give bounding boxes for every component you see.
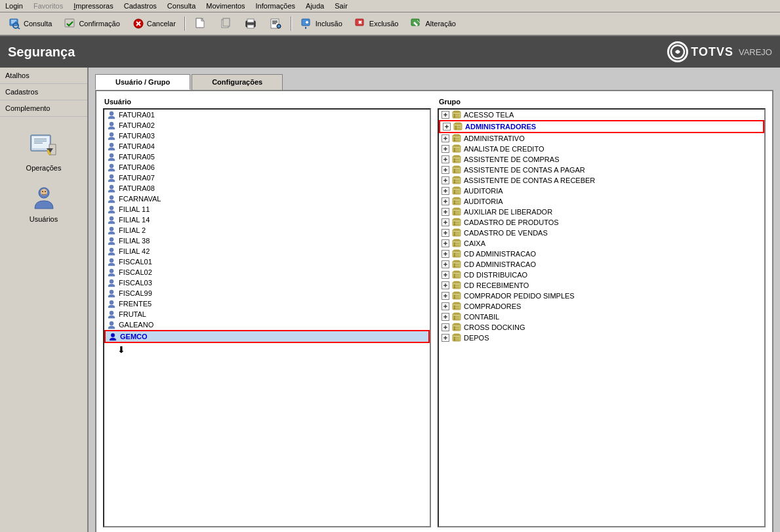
menu-impressoras[interactable]: Impressoras [71, 1, 116, 10]
user-list-item[interactable]: FRENTE5 [104, 298, 430, 309]
expand-icon [441, 187, 449, 195]
user-list-item[interactable]: FISCAL02 [104, 267, 430, 277]
group-list-item[interactable]: COMPRADORES [439, 301, 764, 312]
group-list-item[interactable]: CD ADMINISTRACAO [439, 259, 764, 270]
user-list-item[interactable]: FISCAL01 [104, 256, 430, 267]
sidebar-item-cadastros[interactable]: Cadastros [0, 84, 87, 100]
user-list-item[interactable]: GALEANO [104, 319, 430, 330]
confirmacao-button[interactable]: Confirmação [59, 14, 124, 33]
group-icon [452, 155, 461, 164]
user-list-item[interactable]: FATURA04 [104, 141, 430, 152]
group-name: AUDITORIA [464, 197, 503, 205]
group-list-item[interactable]: ACESSO TELA [439, 110, 764, 120]
user-list-item[interactable]: FISCAL99 [104, 288, 430, 298]
group-list-item[interactable]: ASSISTENTE DE CONTAS A RECEBER [439, 175, 764, 186]
svg-point-22 [277, 24, 281, 28]
user-list-item[interactable]: FILIAL 14 [104, 215, 430, 225]
expand-icon [441, 166, 449, 174]
svg-point-80 [455, 126, 457, 128]
copy-button[interactable] [215, 14, 237, 33]
sidebar-item-complemento[interactable]: Complemento [0, 100, 87, 117]
tab-usuario-grupo[interactable]: Usuário / Grupo [95, 74, 190, 90]
cancelar-button[interactable]: Cancelar [127, 14, 180, 33]
alteracao-button[interactable]: Alteração [405, 14, 460, 33]
svg-point-190 [454, 255, 456, 257]
group-name: CD DISTRIBUICAO [464, 271, 527, 279]
cancel-icon [132, 17, 145, 30]
exclusao-button[interactable]: Exclusão [350, 14, 403, 33]
menu-movimentos[interactable]: Movimentos [203, 1, 247, 10]
svg-rect-79 [455, 123, 461, 124]
preview-button[interactable] [264, 14, 287, 33]
user-list-item[interactable]: FATURA02 [104, 120, 430, 131]
expand-icon [441, 218, 449, 226]
user-list-item[interactable]: FILIAL 42 [104, 246, 430, 256]
operacoes-button[interactable]: Operações [22, 127, 66, 176]
group-list-item[interactable]: AUXILIAR DE LIBERADOR [439, 207, 764, 217]
print-icon [244, 17, 257, 30]
user-list-item[interactable]: FATURA08 [104, 183, 430, 194]
group-list-item[interactable]: CONTABIL [439, 312, 764, 322]
user-list-item[interactable]: FILIAL 38 [104, 235, 430, 246]
user-icon [107, 278, 116, 287]
group-list-item[interactable]: CADASTRO DE VENDAS [439, 228, 764, 238]
group-list-item[interactable]: CD RECEBIMENTO [439, 280, 764, 291]
user-icon [107, 257, 116, 266]
user-listbox[interactable]: FATURA01 FATURA02 FATURA03 FATURA04 FATU… [103, 108, 431, 527]
group-list-item[interactable]: ADMINISTRADORES [439, 120, 764, 133]
expand-icon [441, 313, 449, 321]
user-icon [107, 205, 116, 214]
user-list-item[interactable]: GEMCO [104, 330, 430, 343]
group-list-item[interactable]: CADASTRO DE PRODUTOS [439, 217, 764, 228]
group-list-item[interactable]: CD DISTRIBUICAO [439, 270, 764, 280]
group-list-item[interactable]: CD ADMINISTRACAO [439, 249, 764, 259]
user-list-item[interactable]: FATURA05 [104, 152, 430, 162]
group-list-item[interactable]: AUDITORIA [439, 196, 764, 207]
svg-point-208 [454, 276, 456, 278]
user-list-item[interactable]: FILIAL 2 [104, 225, 430, 235]
user-list-item[interactable]: FISCAL03 [104, 277, 430, 288]
group-listbox[interactable]: ACESSO TELA ADMINISTRADORES [438, 108, 766, 527]
sidebar-item-atalhos[interactable]: Atalhos [0, 68, 87, 84]
user-list-item[interactable]: FATURA07 [104, 173, 430, 183]
svg-point-42 [42, 191, 43, 192]
tab-configuracoes[interactable]: Configurações [192, 74, 283, 90]
user-list-item[interactable]: FILIAL 11 [104, 204, 430, 215]
expand-icon [441, 281, 449, 289]
group-list-item[interactable]: CAIXA [439, 238, 764, 249]
user-icon [107, 247, 116, 256]
group-list-item[interactable]: DEPOS [439, 333, 764, 343]
expand-icon [441, 292, 449, 300]
menu-ajuda[interactable]: Ajuda [303, 1, 327, 10]
group-list-item[interactable]: CROSS DOCKING [439, 322, 764, 333]
menu-login[interactable]: Login [3, 1, 26, 10]
group-icon [452, 134, 461, 143]
group-name: COMPRADORES [464, 302, 521, 310]
group-list-item[interactable]: COMPRADOR PEDIDO SIMPLES [439, 291, 764, 301]
menu-sair[interactable]: Sair [332, 1, 350, 10]
user-list-item[interactable]: FATURA03 [104, 131, 430, 141]
user-icon [107, 268, 116, 277]
user-list-item[interactable]: FCARNAVAL [104, 194, 430, 204]
svg-point-161 [454, 222, 456, 224]
user-list-item[interactable]: FRUTAL [104, 309, 430, 319]
group-icon [452, 260, 461, 269]
svg-point-59 [110, 269, 113, 273]
menu-consulta[interactable]: Consulta [165, 1, 198, 10]
menu-informacoes[interactable]: Informações [253, 1, 298, 10]
new-button[interactable] [190, 14, 212, 33]
group-list-item[interactable]: ASSISTENTE DE CONTAS A PAGAR [439, 165, 764, 175]
user-list-item[interactable]: FATURA01 [104, 110, 430, 120]
menu-cadastros[interactable]: Cadastros [121, 1, 159, 10]
group-list-item[interactable]: ASSISTENTE DE COMPRAS [439, 154, 764, 165]
usuarios-button[interactable]: Usuários [24, 178, 64, 227]
svg-rect-250 [454, 323, 459, 325]
inclusao-button[interactable]: Inclusão [296, 14, 347, 33]
consulta-button[interactable]: Consulta [4, 14, 56, 33]
group-list-item[interactable]: AUDITORIA [439, 186, 764, 196]
group-list-item[interactable]: ADMINISTRATIVO [439, 133, 764, 144]
menu-favoritos[interactable]: Favoritos [31, 1, 66, 10]
group-list-item[interactable]: ANALISTA DE CREDITO [439, 144, 764, 154]
print-button[interactable] [239, 14, 262, 33]
user-list-item[interactable]: FATURA06 [104, 162, 430, 173]
